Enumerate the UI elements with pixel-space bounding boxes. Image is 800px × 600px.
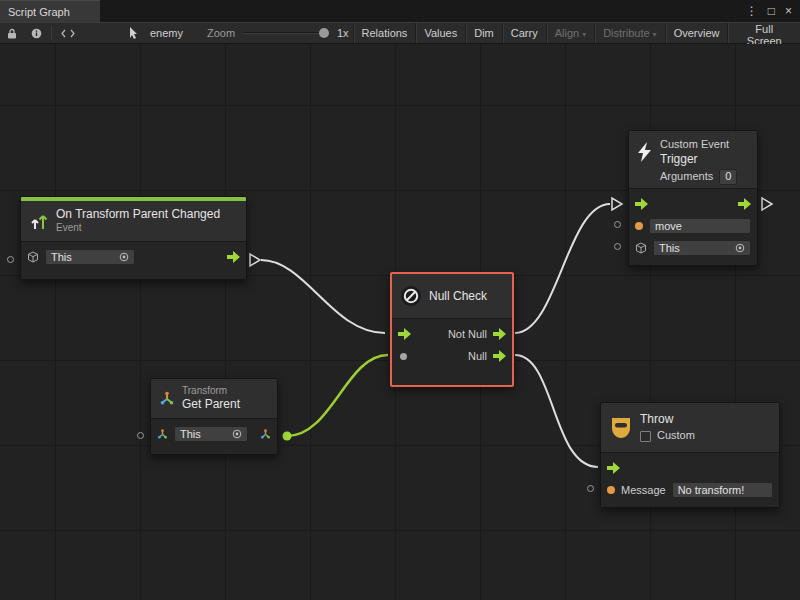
- node-title: Get Parent: [182, 397, 240, 412]
- toolbar-separator: [51, 26, 52, 40]
- port-row: Not Null: [398, 323, 506, 345]
- exception-icon: [609, 417, 633, 439]
- node-header: Transform Get Parent: [151, 379, 277, 418]
- wire-arrowhead-icon: [250, 254, 260, 266]
- control-output-port[interactable]: [227, 251, 240, 263]
- node-trigger-custom-event[interactable]: Custom Event Trigger Arguments 0: [628, 130, 758, 266]
- transform-parent-changed-icon: [29, 212, 49, 230]
- zoom-slider-handle[interactable]: [319, 28, 329, 38]
- control-output-port[interactable]: [738, 198, 751, 210]
- gameobject-cube-icon: [27, 251, 39, 263]
- string-input-port[interactable]: [635, 222, 643, 230]
- graph-name: enemy: [146, 27, 187, 39]
- value-input-port[interactable]: [587, 485, 594, 492]
- control-input-port[interactable]: [635, 198, 648, 210]
- port-row: Message No transform!: [607, 479, 773, 501]
- close-icon[interactable]: ×: [785, 4, 792, 18]
- node-throw[interactable]: Throw Custom Message No: [600, 402, 780, 508]
- node-on-transform-parent-changed[interactable]: On Transform Parent Changed Event This: [20, 196, 247, 280]
- wire-arrowhead-icon: [612, 198, 622, 210]
- relations-button[interactable]: Relations: [353, 23, 416, 43]
- full-screen-button[interactable]: Full Screen: [727, 23, 800, 43]
- transform-port-icon[interactable]: [157, 429, 168, 440]
- object-picker-icon[interactable]: [735, 243, 745, 253]
- node-header: Null Check: [392, 274, 512, 318]
- lightning-bolt-icon: [637, 142, 653, 162]
- null-output-port[interactable]: [493, 350, 506, 362]
- custom-checkbox[interactable]: [640, 431, 651, 442]
- code-icon[interactable]: [54, 23, 82, 43]
- wire-arrowhead-icon: [762, 198, 772, 210]
- node-get-parent[interactable]: Transform Get Parent This: [150, 378, 278, 455]
- null-port-label: Null: [468, 350, 487, 362]
- wire-event-to-nullcheck: [261, 260, 385, 333]
- lock-icon[interactable]: [0, 23, 24, 43]
- value-input-port[interactable]: [614, 243, 621, 250]
- node-title: Null Check: [429, 289, 487, 303]
- null-check-icon: [400, 285, 422, 307]
- arguments-input[interactable]: 0: [719, 169, 737, 185]
- transform-icon: [159, 391, 175, 407]
- port-row: [607, 457, 773, 479]
- carry-button[interactable]: Carry: [502, 23, 546, 43]
- gameobject-cube-icon: [635, 242, 647, 254]
- arguments-row: Arguments 0: [660, 169, 737, 185]
- arguments-label: Arguments: [660, 170, 713, 184]
- port-row: This: [27, 246, 240, 268]
- transform-output-port-icon[interactable]: [260, 429, 271, 440]
- node-title: Throw: [640, 412, 695, 427]
- value-input-port[interactable]: [614, 221, 621, 228]
- distribute-button: Distribute▾: [594, 23, 664, 43]
- dim-button[interactable]: Dim: [465, 23, 502, 43]
- node-subtitle: Event: [56, 222, 220, 235]
- control-input-port[interactable]: [607, 462, 620, 474]
- overview-button[interactable]: Overview: [665, 23, 728, 43]
- target-dropdown[interactable]: This: [45, 249, 135, 265]
- unity-graph-window: Script Graph ⋮ □ × enemy Zoom 1x: [0, 0, 800, 600]
- zoom-slider[interactable]: [243, 26, 329, 40]
- port-row: This: [635, 237, 751, 259]
- node-title: Trigger: [660, 152, 737, 167]
- object-picker-icon[interactable]: [119, 252, 129, 262]
- not-null-port-label: Not Null: [448, 328, 487, 340]
- message-value: No transform!: [678, 484, 767, 496]
- custom-toggle-row: Custom: [640, 429, 695, 443]
- graph-canvas[interactable]: On Transform Parent Changed Event This: [0, 44, 800, 600]
- node-body: Message No transform!: [601, 452, 779, 507]
- target-dropdown[interactable]: This: [653, 240, 751, 256]
- tab-script-graph[interactable]: Script Graph: [0, 0, 100, 22]
- maximize-icon[interactable]: □: [768, 4, 775, 18]
- not-null-output-port[interactable]: [493, 328, 506, 340]
- wire-null-to-throw: [515, 355, 598, 467]
- value-input-port[interactable]: [137, 432, 144, 439]
- event-name-value: move: [655, 220, 745, 232]
- value-input-port[interactable]: [400, 353, 407, 360]
- titlebar-controls: ⋮ □ ×: [746, 0, 800, 22]
- node-category: Custom Event: [660, 138, 737, 152]
- info-icon[interactable]: [24, 23, 49, 43]
- target-dropdown[interactable]: This: [174, 426, 248, 442]
- custom-label: Custom: [657, 429, 695, 443]
- string-input-port[interactable]: [607, 486, 615, 494]
- menu-icon[interactable]: ⋮: [746, 4, 758, 18]
- align-label: Align: [555, 27, 579, 39]
- port-row: This: [157, 423, 271, 445]
- event-name-input[interactable]: move: [649, 218, 751, 234]
- node-null-check[interactable]: Null Check Not Null Null: [390, 272, 514, 387]
- node-body: This: [151, 418, 277, 454]
- target-value: This: [51, 251, 115, 263]
- node-body: move This: [629, 188, 757, 265]
- message-label: Message: [621, 484, 666, 496]
- control-input-port[interactable]: [398, 328, 411, 340]
- values-button[interactable]: Values: [415, 23, 465, 43]
- connected-output-port: [283, 432, 292, 441]
- arguments-value: 0: [725, 170, 731, 184]
- message-input[interactable]: No transform!: [672, 482, 773, 498]
- graph-toolbar: enemy Zoom 1x Relations Values Dim Carry…: [0, 22, 800, 44]
- value-input-port[interactable]: [7, 256, 14, 263]
- chevron-down-icon: ▾: [653, 30, 657, 39]
- node-body: This: [21, 241, 246, 279]
- node-category: Transform: [182, 385, 240, 398]
- object-picker-icon[interactable]: [232, 429, 242, 439]
- wire-notnull-to-customevent: [515, 204, 610, 333]
